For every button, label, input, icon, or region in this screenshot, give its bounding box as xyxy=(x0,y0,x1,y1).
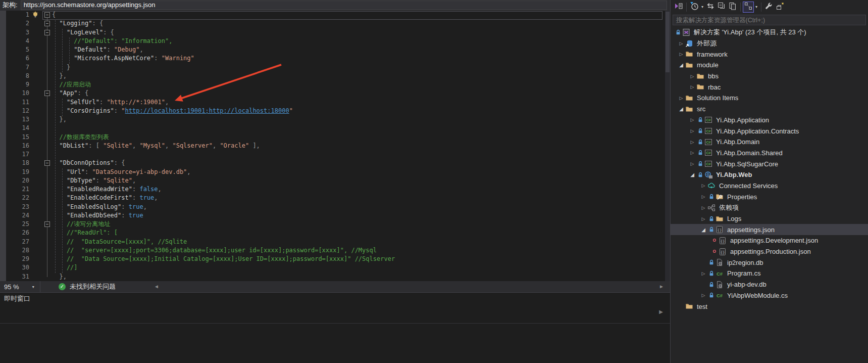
tree-item-yi-abp-web[interactable]: ◢Yi.Abp.Web xyxy=(671,169,868,180)
caret-down-icon[interactable]: ▾ xyxy=(700,5,705,9)
properties-button[interactable] xyxy=(763,2,775,13)
tree-item-module[interactable]: ◢module xyxy=(671,60,868,71)
chevron-collapsed-icon[interactable]: ▷ xyxy=(688,161,696,166)
code-line-3[interactable]: 3− "LogLevel": { xyxy=(0,28,670,37)
code-line-2[interactable]: 2− "Logging": { xyxy=(0,19,670,28)
tree-item-yi-abp-application-contracts[interactable]: ▷C#Yi.Abp.Application.Contracts xyxy=(671,125,868,137)
search-input[interactable] xyxy=(673,16,865,25)
chevron-collapsed-icon[interactable]: ▷ xyxy=(688,117,696,122)
fold-toggle-icon[interactable]: − xyxy=(44,30,50,35)
tree-item-rbac[interactable]: ▷rbac xyxy=(671,81,868,93)
code-line-19[interactable]: 19 "Url": "DataSource=yi-abp-dev.db", xyxy=(0,168,670,176)
tree-item-appsettings-production-json[interactable]: { }appsettings.Production.json xyxy=(671,246,868,257)
fold-toggle-icon[interactable]: − xyxy=(44,12,50,18)
code-line-24[interactable]: 24 "EnabledDbSeed": true xyxy=(0,211,670,220)
code-line-23[interactable]: 23 "EnabledSqlLog": true, xyxy=(0,203,670,211)
code-line-27[interactable]: 27 // "DataSource=[xxxx]", //Sqlite xyxy=(0,238,670,246)
code-line-5[interactable]: 5 "Default": "Debug", xyxy=(0,46,670,54)
chevron-collapsed-icon[interactable]: ▷ xyxy=(699,183,707,188)
tree-item-solution-root[interactable]: 解决方案 'Yi.Abp' (23 个项目, 共 23 个) xyxy=(671,27,868,38)
tree-item-external-sources[interactable]: ▷外部源 xyxy=(671,38,868,49)
code-line-29[interactable]: 29 // "Data Source=[xxxx];Initial Catalo… xyxy=(0,255,670,263)
tree-item-yi-abp-domain-shared[interactable]: ▷C#Yi.Abp.Domain.Shared xyxy=(671,148,868,159)
chevron-collapsed-icon[interactable]: ▷ xyxy=(699,271,707,276)
fold-toggle-icon[interactable]: − xyxy=(44,160,50,166)
tree-item-src[interactable]: ◢src xyxy=(671,104,868,115)
chevron-collapsed-icon[interactable]: ▷ xyxy=(688,84,696,89)
tree-item-properties[interactable]: ▷Properties xyxy=(671,191,868,202)
tree-item-appsettings-development-json[interactable]: { }appsettings.Development.json xyxy=(671,235,868,246)
zoom-level-select[interactable]: 95 % ▾ xyxy=(0,281,40,292)
chevron-expanded-icon[interactable]: ◢ xyxy=(688,172,696,177)
code-line-17[interactable]: 17 xyxy=(0,150,670,159)
caret-down-icon[interactable]: ▾ xyxy=(754,5,759,9)
code-line-20[interactable]: 20 "DbType": "Sqlite", xyxy=(0,176,670,185)
chevron-collapsed-icon[interactable]: ▷ xyxy=(688,74,696,79)
scroll-left-arrow-icon[interactable]: ◄ xyxy=(154,284,159,289)
pending-changes-filter-button[interactable] xyxy=(689,2,700,13)
tree-item-test[interactable]: test xyxy=(671,301,868,312)
code-line-25[interactable]: 25− //读写分离地址 xyxy=(0,220,670,229)
code-line-11[interactable]: 11 "SelfUrl": "http://*:19001", xyxy=(0,98,670,107)
tree-item-yiabpwebmodule-cs[interactable]: ▷C#YiAbpWebModule.cs xyxy=(671,290,868,301)
tree-item-framework[interactable]: ▷framework xyxy=(671,49,868,60)
sync-with-active-document-button[interactable] xyxy=(743,2,754,13)
collapse-all-button[interactable] xyxy=(716,2,727,13)
tree-item-bbs[interactable]: ▷bbs xyxy=(671,71,868,82)
fold-toggle-icon[interactable]: − xyxy=(44,90,50,96)
chevron-collapsed-icon[interactable]: ▷ xyxy=(688,150,696,155)
code-line-18[interactable]: 18− "DbConnOptions": { xyxy=(0,159,670,167)
tree-item-ip2region-db[interactable]: ip2region.db xyxy=(671,257,868,268)
chevron-collapsed-icon[interactable]: ▷ xyxy=(699,205,707,210)
chevron-collapsed-icon[interactable]: ▷ xyxy=(677,41,685,46)
code-line-13[interactable]: 13 }, xyxy=(0,115,670,124)
chevron-collapsed-icon[interactable]: ▷ xyxy=(699,216,707,221)
editor-vertical-scrollbar[interactable] xyxy=(665,11,670,281)
code-line-8[interactable]: 8 }, xyxy=(0,72,670,80)
code-line-16[interactable]: 16 "DbList": [ "Sqlite", "Mysql", "Sqlse… xyxy=(0,142,670,150)
immediate-window-header[interactable]: 即时窗口 xyxy=(0,293,670,305)
tree-item-yi-abp-dev-db[interactable]: yi-abp-dev.db xyxy=(671,279,868,290)
code-line-1[interactable]: 1−{ xyxy=(0,11,670,19)
code-line-7[interactable]: 7 } xyxy=(0,63,670,72)
code-line-31[interactable]: 31 }, xyxy=(0,273,670,281)
code-line-6[interactable]: 6 "Microsoft.AspNetCore": "Warning" xyxy=(0,54,670,63)
code-line-22[interactable]: 22 "EnabledCodeFirst": true, xyxy=(0,194,670,202)
code-line-9[interactable]: 9 //应用启动 xyxy=(0,80,670,89)
chevron-expanded-icon[interactable]: ◢ xyxy=(699,227,707,233)
code-line-26[interactable]: 26 //"ReadUrl": [ xyxy=(0,229,670,237)
code-line-30[interactable]: 30 //] xyxy=(0,263,670,272)
code-line-4[interactable]: 4 //"Default": "Information", xyxy=(0,37,670,46)
tree-item-program-cs[interactable]: ▷C#Program.cs xyxy=(671,268,868,279)
chevron-expanded-icon[interactable]: ◢ xyxy=(677,62,685,68)
code-line-21[interactable]: 21 "EnabledReadWrite": false, xyxy=(0,185,670,194)
preview-selected-items-button[interactable] xyxy=(727,2,738,13)
chevron-collapsed-icon[interactable]: ▷ xyxy=(677,96,685,101)
tree-item-connected-services[interactable]: ▷Connected Services xyxy=(671,180,868,192)
scroll-right-arrow-icon[interactable]: ► xyxy=(659,284,664,289)
code-line-10[interactable]: 10− "App": { xyxy=(0,89,670,98)
code-line-12[interactable]: 12 "CorsOrigins": "http://localhost:1900… xyxy=(0,107,670,115)
fold-toggle-icon[interactable]: − xyxy=(44,221,50,227)
chevron-collapsed-icon[interactable]: ▷ xyxy=(677,52,685,57)
fold-toggle-icon[interactable]: − xyxy=(44,21,50,26)
tree-item-yi-abp-domain[interactable]: ▷C#Yi.Abp.Domain xyxy=(671,137,868,148)
immediate-window-body[interactable]: ▶ xyxy=(0,305,670,324)
tree-item-solution-items[interactable]: ▷Solution Items xyxy=(671,93,868,104)
chevron-collapsed-icon[interactable]: ▷ xyxy=(688,140,696,145)
code-line-28[interactable]: 28 // "server=[xxxx];port=3306;database=… xyxy=(0,246,670,255)
show-all-files-button[interactable] xyxy=(775,2,786,13)
code-line-14[interactable]: 14 xyxy=(0,124,670,132)
chevron-collapsed-icon[interactable]: ▷ xyxy=(699,293,707,298)
sync-button[interactable] xyxy=(705,2,716,13)
tree-item-yi-abp-application[interactable]: ▷C#Yi.Abp.Application xyxy=(671,115,868,126)
tree-item-yi-abp-sqlsugarcore[interactable]: ▷C#Yi.Abp.SqlSugarCore xyxy=(671,158,868,169)
switch-views-button[interactable] xyxy=(673,2,684,13)
chevron-expanded-icon[interactable]: ◢ xyxy=(677,106,685,112)
code-line-15[interactable]: 15 //数据库类型列表 xyxy=(0,133,670,142)
tree-item-dependencies[interactable]: ▷依赖项 xyxy=(671,202,868,213)
tree-item-appsettings-json[interactable]: ◢{ }appsettings.json xyxy=(671,224,868,235)
code-editor[interactable]: 1−{2− "Logging": {3− "LogLevel": {4 //"D… xyxy=(0,11,670,281)
scroll-right-arrow-icon[interactable]: ▶ xyxy=(659,309,663,314)
tree-item-logs[interactable]: ▷Logs xyxy=(671,213,868,224)
